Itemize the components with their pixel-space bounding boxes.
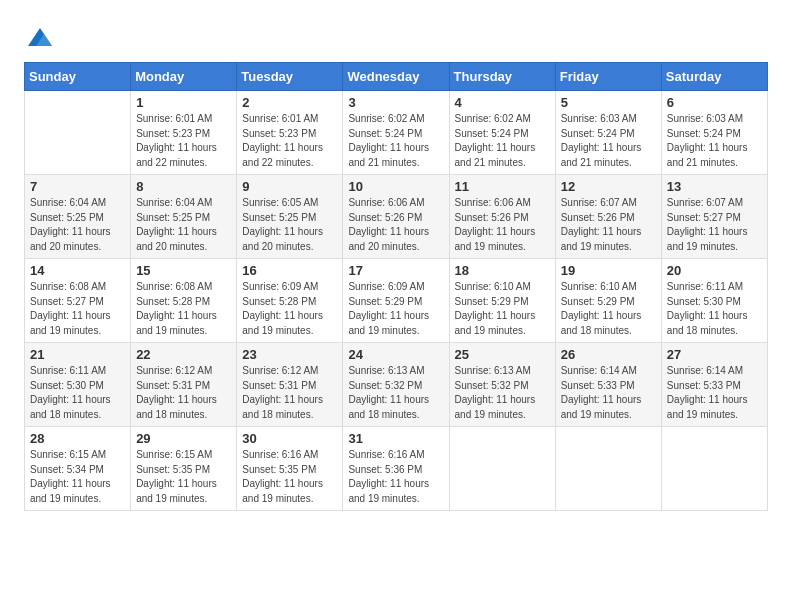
day-info: Sunrise: 6:12 AM Sunset: 5:31 PM Dayligh… — [242, 364, 337, 422]
day-info: Sunrise: 6:11 AM Sunset: 5:30 PM Dayligh… — [30, 364, 125, 422]
day-number: 31 — [348, 431, 443, 446]
calendar-cell: 9Sunrise: 6:05 AM Sunset: 5:25 PM Daylig… — [237, 175, 343, 259]
day-info: Sunrise: 6:12 AM Sunset: 5:31 PM Dayligh… — [136, 364, 231, 422]
calendar-week-row: 7Sunrise: 6:04 AM Sunset: 5:25 PM Daylig… — [25, 175, 768, 259]
day-number: 20 — [667, 263, 762, 278]
calendar: SundayMondayTuesdayWednesdayThursdayFrid… — [24, 62, 768, 511]
day-number: 21 — [30, 347, 125, 362]
calendar-week-row: 14Sunrise: 6:08 AM Sunset: 5:27 PM Dayli… — [25, 259, 768, 343]
day-number: 16 — [242, 263, 337, 278]
day-info: Sunrise: 6:07 AM Sunset: 5:26 PM Dayligh… — [561, 196, 656, 254]
day-info: Sunrise: 6:02 AM Sunset: 5:24 PM Dayligh… — [348, 112, 443, 170]
calendar-cell: 27Sunrise: 6:14 AM Sunset: 5:33 PM Dayli… — [661, 343, 767, 427]
calendar-week-row: 28Sunrise: 6:15 AM Sunset: 5:34 PM Dayli… — [25, 427, 768, 511]
calendar-cell: 14Sunrise: 6:08 AM Sunset: 5:27 PM Dayli… — [25, 259, 131, 343]
calendar-cell: 19Sunrise: 6:10 AM Sunset: 5:29 PM Dayli… — [555, 259, 661, 343]
day-number: 30 — [242, 431, 337, 446]
day-of-week-header: Sunday — [25, 63, 131, 91]
day-number: 23 — [242, 347, 337, 362]
day-number: 1 — [136, 95, 231, 110]
day-number: 8 — [136, 179, 231, 194]
day-info: Sunrise: 6:13 AM Sunset: 5:32 PM Dayligh… — [455, 364, 550, 422]
day-number: 22 — [136, 347, 231, 362]
day-number: 10 — [348, 179, 443, 194]
calendar-cell: 20Sunrise: 6:11 AM Sunset: 5:30 PM Dayli… — [661, 259, 767, 343]
calendar-cell: 7Sunrise: 6:04 AM Sunset: 5:25 PM Daylig… — [25, 175, 131, 259]
calendar-cell: 18Sunrise: 6:10 AM Sunset: 5:29 PM Dayli… — [449, 259, 555, 343]
day-info: Sunrise: 6:15 AM Sunset: 5:34 PM Dayligh… — [30, 448, 125, 506]
day-info: Sunrise: 6:04 AM Sunset: 5:25 PM Dayligh… — [30, 196, 125, 254]
day-info: Sunrise: 6:01 AM Sunset: 5:23 PM Dayligh… — [136, 112, 231, 170]
day-number: 3 — [348, 95, 443, 110]
day-info: Sunrise: 6:16 AM Sunset: 5:35 PM Dayligh… — [242, 448, 337, 506]
calendar-cell: 5Sunrise: 6:03 AM Sunset: 5:24 PM Daylig… — [555, 91, 661, 175]
calendar-cell: 21Sunrise: 6:11 AM Sunset: 5:30 PM Dayli… — [25, 343, 131, 427]
calendar-cell: 13Sunrise: 6:07 AM Sunset: 5:27 PM Dayli… — [661, 175, 767, 259]
day-info: Sunrise: 6:14 AM Sunset: 5:33 PM Dayligh… — [561, 364, 656, 422]
day-info: Sunrise: 6:03 AM Sunset: 5:24 PM Dayligh… — [561, 112, 656, 170]
day-number: 5 — [561, 95, 656, 110]
day-info: Sunrise: 6:06 AM Sunset: 5:26 PM Dayligh… — [348, 196, 443, 254]
day-number: 4 — [455, 95, 550, 110]
calendar-week-row: 1Sunrise: 6:01 AM Sunset: 5:23 PM Daylig… — [25, 91, 768, 175]
day-number: 28 — [30, 431, 125, 446]
day-info: Sunrise: 6:08 AM Sunset: 5:27 PM Dayligh… — [30, 280, 125, 338]
calendar-cell: 26Sunrise: 6:14 AM Sunset: 5:33 PM Dayli… — [555, 343, 661, 427]
day-number: 15 — [136, 263, 231, 278]
calendar-cell: 6Sunrise: 6:03 AM Sunset: 5:24 PM Daylig… — [661, 91, 767, 175]
day-of-week-header: Friday — [555, 63, 661, 91]
calendar-cell: 17Sunrise: 6:09 AM Sunset: 5:29 PM Dayli… — [343, 259, 449, 343]
calendar-cell — [661, 427, 767, 511]
day-info: Sunrise: 6:02 AM Sunset: 5:24 PM Dayligh… — [455, 112, 550, 170]
day-number: 9 — [242, 179, 337, 194]
calendar-cell: 15Sunrise: 6:08 AM Sunset: 5:28 PM Dayli… — [131, 259, 237, 343]
calendar-header-row: SundayMondayTuesdayWednesdayThursdayFrid… — [25, 63, 768, 91]
calendar-cell — [555, 427, 661, 511]
header — [24, 20, 768, 52]
calendar-cell: 30Sunrise: 6:16 AM Sunset: 5:35 PM Dayli… — [237, 427, 343, 511]
day-number: 2 — [242, 95, 337, 110]
day-info: Sunrise: 6:10 AM Sunset: 5:29 PM Dayligh… — [455, 280, 550, 338]
page: SundayMondayTuesdayWednesdayThursdayFrid… — [0, 0, 792, 531]
day-of-week-header: Monday — [131, 63, 237, 91]
day-info: Sunrise: 6:09 AM Sunset: 5:28 PM Dayligh… — [242, 280, 337, 338]
calendar-cell: 8Sunrise: 6:04 AM Sunset: 5:25 PM Daylig… — [131, 175, 237, 259]
day-info: Sunrise: 6:08 AM Sunset: 5:28 PM Dayligh… — [136, 280, 231, 338]
day-of-week-header: Saturday — [661, 63, 767, 91]
day-info: Sunrise: 6:06 AM Sunset: 5:26 PM Dayligh… — [455, 196, 550, 254]
day-number: 12 — [561, 179, 656, 194]
day-info: Sunrise: 6:09 AM Sunset: 5:29 PM Dayligh… — [348, 280, 443, 338]
day-info: Sunrise: 6:14 AM Sunset: 5:33 PM Dayligh… — [667, 364, 762, 422]
day-info: Sunrise: 6:03 AM Sunset: 5:24 PM Dayligh… — [667, 112, 762, 170]
day-number: 17 — [348, 263, 443, 278]
calendar-cell — [25, 91, 131, 175]
day-number: 29 — [136, 431, 231, 446]
day-info: Sunrise: 6:01 AM Sunset: 5:23 PM Dayligh… — [242, 112, 337, 170]
calendar-cell — [449, 427, 555, 511]
calendar-cell: 22Sunrise: 6:12 AM Sunset: 5:31 PM Dayli… — [131, 343, 237, 427]
calendar-cell: 2Sunrise: 6:01 AM Sunset: 5:23 PM Daylig… — [237, 91, 343, 175]
logo-icon — [26, 24, 54, 52]
day-number: 7 — [30, 179, 125, 194]
calendar-cell: 10Sunrise: 6:06 AM Sunset: 5:26 PM Dayli… — [343, 175, 449, 259]
calendar-cell: 4Sunrise: 6:02 AM Sunset: 5:24 PM Daylig… — [449, 91, 555, 175]
calendar-cell: 24Sunrise: 6:13 AM Sunset: 5:32 PM Dayli… — [343, 343, 449, 427]
day-info: Sunrise: 6:13 AM Sunset: 5:32 PM Dayligh… — [348, 364, 443, 422]
day-info: Sunrise: 6:10 AM Sunset: 5:29 PM Dayligh… — [561, 280, 656, 338]
day-info: Sunrise: 6:07 AM Sunset: 5:27 PM Dayligh… — [667, 196, 762, 254]
day-number: 6 — [667, 95, 762, 110]
day-number: 27 — [667, 347, 762, 362]
calendar-cell: 3Sunrise: 6:02 AM Sunset: 5:24 PM Daylig… — [343, 91, 449, 175]
calendar-cell: 25Sunrise: 6:13 AM Sunset: 5:32 PM Dayli… — [449, 343, 555, 427]
calendar-cell: 11Sunrise: 6:06 AM Sunset: 5:26 PM Dayli… — [449, 175, 555, 259]
day-number: 19 — [561, 263, 656, 278]
calendar-cell: 31Sunrise: 6:16 AM Sunset: 5:36 PM Dayli… — [343, 427, 449, 511]
day-info: Sunrise: 6:16 AM Sunset: 5:36 PM Dayligh… — [348, 448, 443, 506]
day-info: Sunrise: 6:05 AM Sunset: 5:25 PM Dayligh… — [242, 196, 337, 254]
calendar-cell: 1Sunrise: 6:01 AM Sunset: 5:23 PM Daylig… — [131, 91, 237, 175]
day-of-week-header: Thursday — [449, 63, 555, 91]
day-number: 25 — [455, 347, 550, 362]
day-number: 26 — [561, 347, 656, 362]
day-number: 24 — [348, 347, 443, 362]
day-of-week-header: Wednesday — [343, 63, 449, 91]
